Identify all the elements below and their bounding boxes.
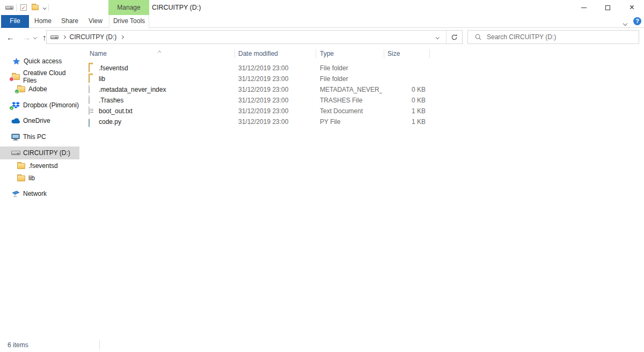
dropbox-icon: ✓ (11, 102, 20, 109)
file-row-boot-out[interactable]: boot_out.txt 31/12/2019 23:00 Text Docum… (79, 106, 519, 116)
minimize-icon (581, 8, 587, 8)
sidebar-item-creative-cloud-files[interactable]: Creative Cloud Files (0, 71, 79, 83)
column-resize-handle[interactable] (384, 49, 384, 58)
file-name: lib (99, 74, 105, 84)
star-icon (11, 57, 21, 65)
column-header-name[interactable]: Name (90, 47, 107, 60)
sidebar-item-lib[interactable]: lib (0, 172, 79, 184)
minimize-button[interactable] (572, 0, 596, 15)
sidebar-item-label: Creative Cloud Files (23, 69, 79, 84)
sidebar-item-label: CIRCUITPY (D:) (23, 149, 70, 157)
file-row-metadata-never-index[interactable]: .metadata_never_index 31/12/2019 23:00 M… (79, 84, 519, 95)
sort-ascending-icon (158, 48, 161, 55)
tab-manage[interactable]: Manage (108, 0, 149, 15)
forward-button[interactable]: → (23, 28, 31, 46)
column-header-type[interactable]: Type (320, 47, 334, 60)
status-separator (99, 340, 100, 350)
qat-drive-button[interactable] (3, 0, 15, 15)
breadcrumb-drive-segment[interactable]: CIRCUITPY (D:) (70, 33, 117, 41)
navigation-pane: Quick access Creative Cloud Files ✓ Adob… (0, 46, 79, 338)
sidebar-item-circuitpy-drive[interactable]: CIRCUITPY (D:) (0, 146, 79, 159)
file-row-lib[interactable]: lib 31/12/2019 23:00 File folder (79, 74, 519, 84)
onedrive-cloud-icon (11, 118, 20, 124)
tab-file[interactable]: File (1, 15, 29, 28)
sidebar-item-quick-access[interactable]: Quick access (0, 55, 79, 67)
file-type: METADATA_NEVER_I... (320, 84, 382, 95)
breadcrumb: CIRCUITPY (D:) (47, 33, 429, 41)
tab-drive-tools[interactable]: Drive Tools (109, 15, 149, 28)
address-dropdown-button[interactable] (429, 31, 446, 43)
file-size: 1 KB (384, 116, 426, 127)
file-date: 31/12/2019 23:00 (238, 84, 288, 95)
file-size (384, 63, 426, 74)
search-input[interactable] (487, 33, 639, 41)
tab-share[interactable]: Share (57, 15, 83, 28)
search-box[interactable] (467, 30, 639, 44)
tab-view[interactable]: View (84, 15, 107, 28)
column-header-date-modified[interactable]: Date modified (238, 47, 278, 60)
file-row-fseventsd[interactable]: .fseventsd 31/12/2019 23:00 File folder (79, 63, 519, 74)
drive-icon (5, 6, 13, 10)
folder-icon (16, 175, 26, 181)
file-date: 31/12/2019 23:00 (238, 74, 288, 84)
help-icon[interactable]: ? (633, 17, 641, 25)
qat-new-folder-button[interactable] (30, 0, 40, 15)
back-button[interactable]: ← (6, 28, 14, 46)
chevron-down-icon (33, 35, 36, 39)
sidebar-item-label: Adobe (28, 85, 47, 93)
column-header-size[interactable]: Size (387, 47, 400, 60)
sidebar-item-onedrive[interactable]: OneDrive (0, 115, 79, 127)
refresh-button[interactable] (446, 31, 462, 43)
sidebar-item-label: lib (28, 174, 35, 182)
file-type: File folder (320, 74, 382, 84)
file-type: Text Document (320, 106, 382, 116)
file-type: File folder (320, 63, 382, 74)
file-icon (89, 85, 90, 93)
chevron-down-icon (623, 21, 627, 26)
maximize-icon (605, 5, 610, 10)
folder-icon (32, 5, 39, 10)
file-list-pane: Name Date modified Type Size .fseventsd … (79, 46, 644, 338)
sidebar-item-label: Network (23, 190, 47, 197)
sidebar-item-adobe[interactable]: ✓ Adobe (0, 83, 79, 95)
sidebar-item-fseventsd[interactable]: .fseventsd (0, 160, 79, 172)
qat-separator (16, 4, 17, 11)
sidebar-item-network[interactable]: Network (0, 188, 79, 200)
qat-properties-button[interactable]: ✓ (18, 0, 29, 15)
close-icon: × (630, 3, 634, 12)
address-bar[interactable]: CIRCUITPY (D:) (46, 30, 463, 44)
tab-home[interactable]: Home (30, 15, 56, 28)
sidebar-item-label: OneDrive (23, 117, 50, 124)
folder-red-badge-icon (11, 74, 20, 80)
sidebar-item-this-pc[interactable]: This PC (0, 131, 79, 143)
chevron-down-icon (43, 6, 46, 9)
file-type: TRASHES File (320, 95, 382, 106)
file-name: .fseventsd (99, 63, 128, 74)
maximize-button[interactable] (596, 0, 620, 15)
sidebar-item-dropbox[interactable]: ✓ Dropbox (Pimoroni) (0, 99, 79, 111)
py-file-icon (89, 119, 90, 127)
column-resize-handle[interactable] (235, 49, 235, 58)
file-size: 1 KB (384, 106, 426, 116)
text-file-icon (89, 107, 90, 114)
file-icon (89, 96, 90, 104)
file-date: 31/12/2019 23:00 (238, 63, 288, 74)
sidebar-item-label: .fseventsd (28, 162, 58, 170)
file-row-code-py[interactable]: code.py 31/12/2019 23:00 PY File 1 KB (79, 116, 519, 127)
close-button[interactable]: × (620, 0, 644, 15)
qat-customize-button[interactable] (41, 0, 48, 15)
checkbox-icon: ✓ (20, 4, 27, 11)
drive-icon (50, 35, 58, 39)
file-size (384, 74, 426, 84)
sidebar-item-label: Dropbox (Pimoroni) (23, 101, 79, 109)
qat-separator (48, 4, 49, 11)
ribbon-tab-row: File Home Share View Drive Tools ? (0, 15, 644, 28)
column-resize-handle[interactable] (316, 49, 316, 58)
window-title: CIRCUITPY (D:) (152, 0, 201, 15)
folder-icon (89, 64, 90, 72)
column-resize-handle[interactable] (429, 49, 430, 58)
chevron-right-icon (62, 35, 65, 39)
ribbon-collapse-button[interactable] (624, 19, 627, 27)
recent-locations-button[interactable] (34, 28, 36, 46)
file-row-trashes[interactable]: .Trashes 31/12/2019 23:00 TRASHES File 0… (79, 95, 519, 106)
